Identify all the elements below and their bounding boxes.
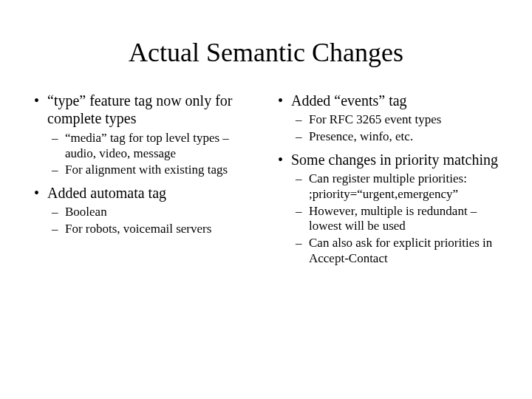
sub-bullet-item: Presence, winfo, etc. xyxy=(291,129,502,145)
sub-bullet-item: For RFC 3265 event types xyxy=(291,112,502,128)
right-column: Added “events” tag For RFC 3265 event ty… xyxy=(273,92,502,273)
left-column: “type” feature tag now only for complete… xyxy=(30,92,259,273)
bullet-text: Added “events” tag xyxy=(291,92,407,109)
sub-bullet-item: Can also ask for explicit priorities in … xyxy=(291,236,502,266)
bullet-item: Added “events” tag For RFC 3265 event ty… xyxy=(273,92,502,145)
sub-bullet-item: Can register multiple priorities: ;prior… xyxy=(291,171,502,202)
bullet-text: Some changes in priority matching xyxy=(291,151,498,168)
sub-bullet-item: Boolean xyxy=(47,205,259,220)
sub-bullet-item: For robots, voicemail servers xyxy=(47,222,259,237)
sub-bullet-item: “media” tag for top level types – audio,… xyxy=(47,131,259,161)
bullet-text: “type” feature tag now only for complete… xyxy=(47,92,232,126)
bullet-text: Added automata tag xyxy=(47,185,166,201)
sub-bullet-item: For alignment with existing tags xyxy=(47,163,259,178)
bullet-item: Some changes in priority matching Can re… xyxy=(273,151,502,267)
bullet-item: Added automata tag Boolean For robots, v… xyxy=(30,184,259,237)
sub-bullet-item: However, multiple is redundant – lowest … xyxy=(291,204,502,234)
content-columns: “type” feature tag now only for complete… xyxy=(30,92,502,273)
bullet-item: “type” feature tag now only for complete… xyxy=(30,92,259,178)
slide-title: Actual Semantic Changes xyxy=(30,37,502,68)
